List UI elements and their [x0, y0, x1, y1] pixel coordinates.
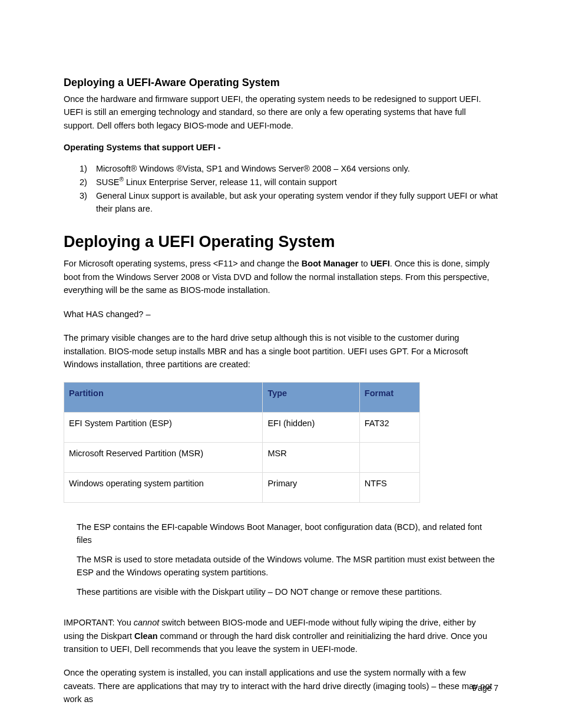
section1-heading: Deploying a UEFI-Aware Operating System — [64, 77, 498, 89]
notes-block: The ESP contains the EFI-capable Windows… — [77, 521, 498, 598]
td-format: NTFS — [359, 472, 419, 502]
td-type: MSR — [263, 442, 359, 472]
note-1: The ESP contains the EFI-capable Windows… — [77, 521, 498, 547]
table-header-row: Partition Type Format — [64, 382, 420, 412]
list-marker: 2) — [80, 176, 87, 189]
th-type: Type — [263, 382, 359, 412]
support-heading: Operating Systems that support UEFI - — [64, 143, 498, 152]
section2-heading: Deploying a UEFI Operating System — [64, 233, 498, 251]
td-format — [359, 442, 419, 472]
imp-italic: cannot — [134, 618, 160, 627]
td-type: EFI (hidden) — [263, 412, 359, 442]
page-number: Page 7 — [472, 683, 498, 693]
os-support-list: 1) Microsoft® Windows ®Vista, SP1 and Wi… — [64, 163, 498, 215]
imp-a: IMPORTANT: You — [64, 618, 134, 627]
section2-p1: For Microsoft operating systems, press <… — [64, 257, 498, 297]
th-partition: Partition — [64, 382, 263, 412]
p1-bold2: UEFI — [371, 259, 390, 268]
table-row: EFI System Partition (ESP) EFI (hidden) … — [64, 412, 420, 442]
list-marker: 3) — [80, 190, 87, 203]
list-text: General Linux support is available, but … — [96, 191, 498, 213]
td-type: Primary — [263, 472, 359, 502]
td-partition: EFI System Partition (ESP) — [64, 412, 263, 442]
p1-a: For Microsoft operating systems, press <… — [64, 259, 302, 268]
list-marker: 1) — [80, 163, 87, 176]
closing-paragraph: Once the operating system is installed, … — [64, 666, 498, 706]
list-item: 3) General Linux support is available, b… — [96, 190, 498, 216]
section2-p2: What HAS changed? – — [64, 308, 498, 321]
document-page: Deploying a UEFI-Aware Operating System … — [0, 0, 562, 728]
td-format: FAT32 — [359, 412, 419, 442]
list-text-post: Linux Enterprise Server, release 11, wil… — [124, 177, 337, 187]
imp-bold: Clean — [134, 631, 158, 641]
p1-bold1: Boot Manager — [302, 259, 359, 268]
td-partition: Windows operating system partition — [64, 472, 263, 502]
registered-sup: ® — [120, 176, 124, 183]
list-text-pre: SUSE — [96, 177, 120, 187]
section2-p3: The primary visible changes are to the h… — [64, 331, 498, 371]
th-format: Format — [359, 382, 419, 412]
list-item: 2) SUSE® Linux Enterprise Server, releas… — [96, 176, 498, 189]
table-row: Microsoft Reserved Partition (MSR) MSR — [64, 442, 420, 472]
p1-c: to — [358, 259, 370, 268]
section1-intro: Once the hardware and firmware support U… — [64, 93, 498, 132]
list-text: Microsoft® Windows ®Vista, SP1 and Windo… — [96, 164, 410, 173]
td-partition: Microsoft Reserved Partition (MSR) — [64, 442, 263, 472]
partition-table: Partition Type Format EFI System Partiti… — [64, 382, 420, 503]
table-row: Windows operating system partition Prima… — [64, 472, 420, 502]
important-paragraph: IMPORTANT: You cannot switch between BIO… — [64, 616, 498, 655]
note-3: These partitions are visible with the Di… — [77, 585, 498, 598]
note-2: The MSR is used to store metadata outsid… — [77, 553, 498, 579]
list-item: 1) Microsoft® Windows ®Vista, SP1 and Wi… — [96, 163, 498, 176]
